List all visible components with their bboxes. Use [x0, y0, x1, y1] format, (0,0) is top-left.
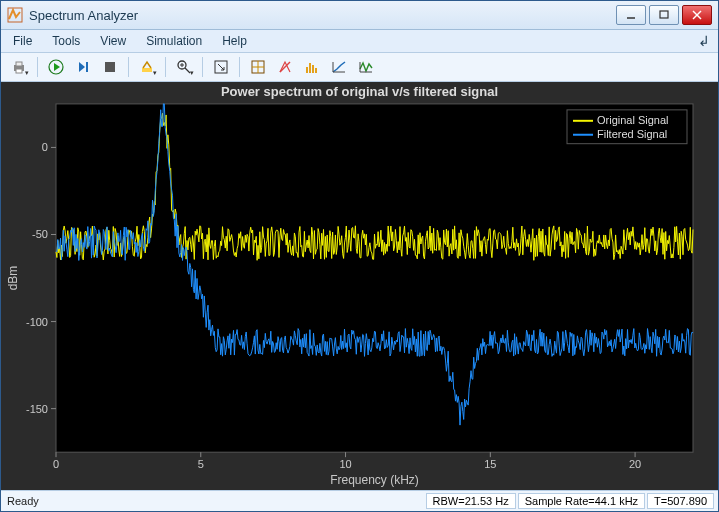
svg-rect-6: [16, 62, 22, 66]
stop-button[interactable]: [98, 55, 122, 79]
svg-rect-7: [16, 69, 22, 73]
svg-text:20: 20: [629, 458, 641, 470]
chart-title: Power spectrum of original v/s filtered …: [221, 84, 498, 99]
svg-rect-2: [660, 11, 668, 18]
menubar-expand-icon[interactable]: ↲: [698, 33, 710, 49]
svg-rect-25: [315, 68, 317, 73]
toolbar: ▾ ▾ ▾: [1, 53, 718, 82]
menu-file[interactable]: File: [5, 32, 40, 50]
window-title: Spectrum Analyzer: [29, 8, 616, 23]
marker-button[interactable]: [273, 55, 297, 79]
svg-text:Filtered Signal: Filtered Signal: [597, 128, 667, 140]
run-button[interactable]: [44, 55, 68, 79]
svg-text:15: 15: [484, 458, 496, 470]
svg-text:-100: -100: [26, 316, 48, 328]
svg-rect-11: [86, 62, 88, 72]
maximize-button[interactable]: [649, 5, 679, 25]
plot-area[interactable]: Power spectrum of original v/s filtered …: [1, 82, 718, 490]
window-controls: [616, 5, 712, 25]
menu-view[interactable]: View: [92, 32, 134, 50]
titlebar: Spectrum Analyzer: [1, 1, 718, 30]
status-ready: Ready: [5, 495, 424, 507]
ccdf-button[interactable]: [327, 55, 351, 79]
app-icon: [7, 7, 23, 23]
spectrogram-button[interactable]: [354, 55, 378, 79]
svg-rect-23: [309, 63, 311, 73]
svg-marker-10: [79, 62, 85, 72]
menubar: File Tools View Simulation Help ↲: [1, 30, 718, 53]
statusbar: Ready RBW=21.53 Hz Sample Rate=44.1 kHz …: [1, 490, 718, 511]
measurements-button[interactable]: [246, 55, 270, 79]
plot-canvas: Power spectrum of original v/s filtered …: [1, 82, 718, 490]
status-rbw: RBW=21.53 Hz: [426, 493, 516, 509]
svg-marker-9: [54, 63, 60, 71]
step-forward-button[interactable]: [71, 55, 95, 79]
print-button[interactable]: ▾: [7, 55, 31, 79]
zoom-button[interactable]: ▾: [172, 55, 196, 79]
minimize-button[interactable]: [616, 5, 646, 25]
window: Spectrum Analyzer File Tools View Simula…: [0, 0, 719, 512]
svg-text:5: 5: [198, 458, 204, 470]
status-time: T=507.890: [647, 493, 714, 509]
spectrum-button[interactable]: [300, 55, 324, 79]
menu-tools[interactable]: Tools: [44, 32, 88, 50]
svg-rect-31: [56, 104, 693, 452]
svg-text:-50: -50: [32, 229, 48, 241]
y-axis-label: dBm: [6, 266, 20, 291]
svg-rect-22: [306, 67, 308, 73]
svg-text:0: 0: [53, 458, 59, 470]
menu-simulation[interactable]: Simulation: [138, 32, 210, 50]
svg-text:Original Signal: Original Signal: [597, 114, 669, 126]
svg-rect-12: [105, 62, 115, 72]
svg-rect-13: [142, 68, 152, 72]
menu-help[interactable]: Help: [214, 32, 255, 50]
svg-rect-24: [312, 65, 314, 73]
status-sample-rate: Sample Rate=44.1 kHz: [518, 493, 645, 509]
close-button[interactable]: [682, 5, 712, 25]
svg-text:10: 10: [339, 458, 351, 470]
client-area: Power spectrum of original v/s filtered …: [1, 82, 718, 490]
svg-text:0: 0: [42, 141, 48, 153]
x-axis-label: Frequency (kHz): [330, 473, 419, 487]
highlight-button[interactable]: ▾: [135, 55, 159, 79]
autoscale-button[interactable]: [209, 55, 233, 79]
svg-text:-150: -150: [26, 403, 48, 415]
